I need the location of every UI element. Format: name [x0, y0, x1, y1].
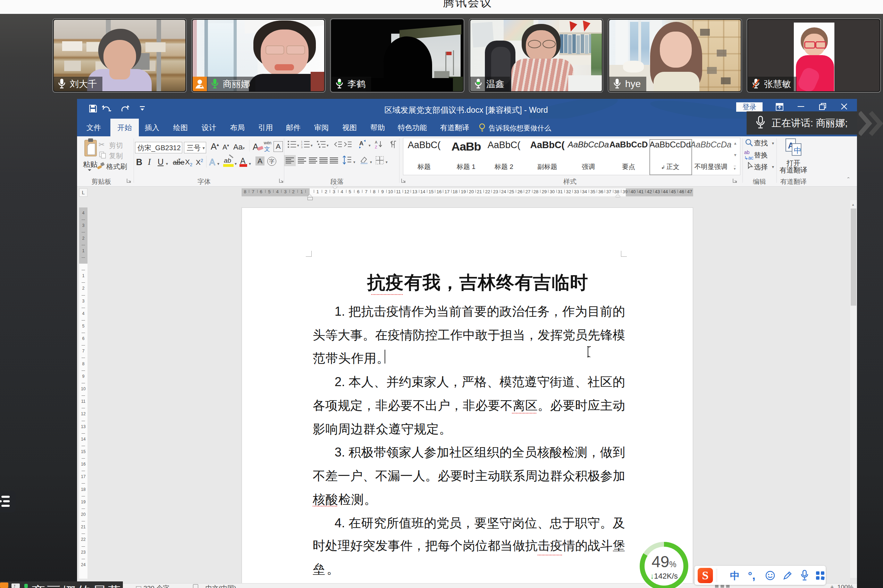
svg-text:A: A [375, 140, 378, 144]
svg-text:A: A [359, 140, 363, 147]
svg-text:Z: Z [375, 145, 377, 149]
svg-text:3: 3 [301, 146, 303, 148]
svg-text:中: 中 [794, 146, 802, 155]
